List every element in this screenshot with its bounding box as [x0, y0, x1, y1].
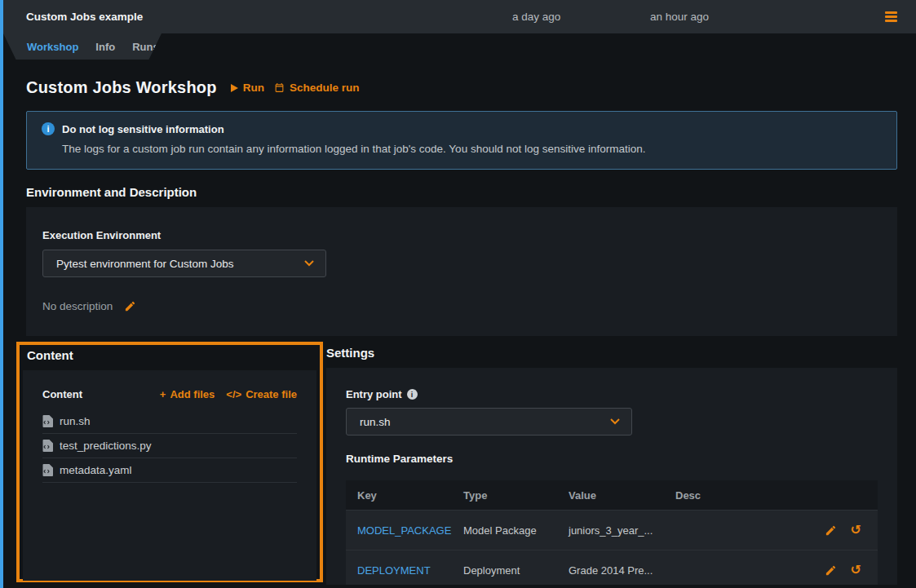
banner-title: Do not log sensitive information — [62, 123, 224, 135]
banner-body: The logs for a custom job run contain an… — [62, 143, 882, 155]
plus-icon: + — [160, 388, 166, 400]
updated-timestamp: an hour ago — [650, 11, 709, 23]
table-header: Key Type Value Desc — [346, 480, 878, 510]
param-type: Deployment — [452, 564, 557, 577]
run-button[interactable]: Run — [231, 82, 264, 94]
code-icon: </> — [226, 388, 241, 400]
table-row: MODEL_PACKAGE Model Package juniors_3_ye… — [346, 510, 878, 550]
tab-shape: Workshop Info Runs — [3, 33, 162, 60]
menu-icon[interactable] — [885, 11, 897, 22]
runtime-parameters-title: Runtime Parameters — [346, 453, 878, 465]
execution-environment-value: Pytest environment for Custom Jobs — [56, 258, 234, 270]
execution-environment-label: Execution Environment — [42, 229, 881, 241]
schedule-run-button[interactable]: Schedule run — [274, 82, 360, 94]
settings-section-title: Settings — [326, 346, 897, 360]
description-row: No description — [42, 300, 881, 312]
edit-param-icon[interactable] — [825, 524, 837, 537]
add-files-label: Add files — [170, 388, 215, 400]
settings-card: Entry point i run.sh Runtime Parameters … — [326, 368, 897, 585]
tab-info[interactable]: Info — [95, 41, 115, 53]
file-code-icon — [42, 464, 53, 476]
main-content: Custom Jobs Workshop Run Schedule run i … — [0, 78, 916, 585]
content-card-title: Content — [42, 388, 82, 400]
content-section-title: Content — [27, 348, 316, 362]
entry-point-value: run.sh — [360, 416, 391, 428]
entry-point-label-row: Entry point i — [346, 388, 878, 400]
entry-point-info-icon[interactable]: i — [407, 389, 418, 400]
file-row[interactable]: metadata.yaml — [42, 458, 297, 483]
file-row[interactable]: test_predictions.py — [42, 434, 297, 458]
table-row: DEPLOYMENT Deployment Grade 2014 Pre... … — [346, 550, 878, 585]
file-list: run.sh test_predictions.py metadata.yaml — [42, 409, 297, 483]
file-name: run.sh — [60, 415, 91, 427]
content-card-header: Content + Add files </> Create file — [42, 388, 297, 400]
column-header-desc: Desc — [664, 489, 878, 502]
column-header-key: Key — [346, 489, 452, 502]
param-type: Model Package — [452, 524, 557, 537]
param-value: Grade 2014 Pre... — [557, 564, 664, 577]
file-name: metadata.yaml — [60, 464, 132, 476]
tab-workshop[interactable]: Workshop — [27, 41, 78, 53]
page-heading-row: Custom Jobs Workshop Run Schedule run — [26, 78, 897, 97]
tab-runs[interactable]: Runs — [132, 41, 159, 53]
menu-bar — [885, 15, 897, 18]
bottom-columns: Content Content + Add files </> Create f… — [26, 342, 897, 585]
environment-card: Execution Environment Pytest environment… — [26, 207, 897, 336]
add-files-button[interactable]: + Add files — [160, 388, 215, 400]
calendar-icon — [274, 82, 285, 93]
param-value: juniors_3_year_... — [557, 524, 664, 537]
file-name: test_predictions.py — [60, 440, 152, 452]
info-icon: i — [42, 122, 55, 135]
content-actions: + Add files </> Create file — [160, 388, 297, 400]
edit-description-icon[interactable] — [124, 300, 136, 312]
file-code-icon — [42, 440, 53, 452]
created-timestamp: a day ago — [512, 11, 560, 23]
info-banner: i Do not log sensitive information The l… — [26, 111, 897, 170]
window-accent-stripe — [0, 0, 3, 588]
menu-bar — [885, 11, 897, 14]
content-section-highlight: Content Content + Add files </> Create f… — [16, 342, 323, 582]
param-key-link[interactable]: MODEL_PACKAGE — [346, 524, 452, 537]
column-header-value: Value — [557, 489, 664, 502]
menu-bar — [885, 20, 897, 22]
environment-section-title: Environment and Description — [26, 185, 897, 199]
chevron-down-icon — [610, 418, 620, 425]
banner-title-row: i Do not log sensitive information — [42, 122, 882, 135]
description-placeholder: No description — [42, 300, 113, 312]
runtime-parameters-table: Key Type Value Desc MODEL_PACKAGE Model … — [346, 480, 878, 585]
param-key-link[interactable]: DEPLOYMENT — [346, 564, 452, 577]
entry-point-select[interactable]: run.sh — [346, 408, 632, 435]
entry-point-label: Entry point — [346, 388, 402, 400]
chevron-down-icon — [304, 260, 314, 267]
reset-param-icon[interactable]: ↺ — [851, 564, 861, 577]
file-row[interactable]: run.sh — [42, 409, 297, 434]
job-title: Custom Jobs example — [26, 11, 143, 23]
edit-param-icon[interactable] — [825, 564, 837, 577]
page-title: Custom Jobs Workshop — [26, 78, 217, 97]
row-actions: ↺ — [825, 524, 878, 537]
file-code-icon — [42, 415, 53, 427]
row-actions: ↺ — [825, 564, 878, 577]
play-icon — [231, 84, 238, 92]
run-label: Run — [243, 82, 264, 94]
schedule-run-label: Schedule run — [290, 82, 360, 94]
content-card: Content + Add files </> Create file — [23, 370, 316, 581]
tab-strip: Workshop Info Runs — [0, 33, 916, 60]
create-file-button[interactable]: </> Create file — [226, 388, 297, 400]
reset-param-icon[interactable]: ↺ — [851, 524, 861, 537]
column-header-type: Type — [452, 489, 557, 502]
top-bar: Custom Jobs example a day ago an hour ag… — [0, 0, 916, 33]
settings-section: Settings Entry point i run.sh Runtime Pa… — [323, 342, 897, 585]
execution-environment-select[interactable]: Pytest environment for Custom Jobs — [42, 250, 326, 277]
create-file-label: Create file — [246, 388, 297, 400]
